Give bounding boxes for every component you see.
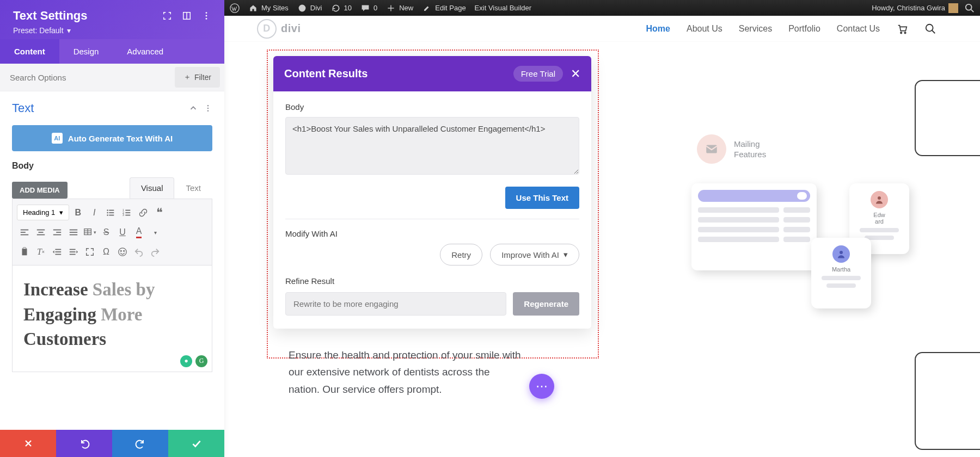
svg-point-0 <box>230 3 239 12</box>
outdent-button[interactable] <box>50 244 65 260</box>
svg-point-12 <box>107 212 109 213</box>
save-button[interactable] <box>168 430 224 457</box>
editor-tab-visual[interactable]: Visual <box>130 177 175 199</box>
tab-advanced[interactable]: Advanced <box>113 39 177 64</box>
fullscreen-button[interactable] <box>82 244 97 260</box>
avatar <box>948 3 958 13</box>
svg-rect-17 <box>126 209 131 211</box>
content-results-modal: Content Results Free Trial ✕ Body Use Th… <box>273 56 591 329</box>
refine-input[interactable] <box>285 292 506 316</box>
indent-button[interactable] <box>66 244 81 260</box>
nav-about[interactable]: About Us <box>687 24 722 34</box>
modal-header: Content Results Free Trial ✕ <box>273 56 591 91</box>
edit-page-link[interactable]: Edit Page <box>422 3 465 13</box>
search-options-input[interactable] <box>0 65 170 90</box>
text-color-drop-button[interactable]: ▾ <box>148 225 163 240</box>
redo-button[interactable] <box>148 244 163 260</box>
auto-generate-ai-button[interactable]: AI Auto Generate Text With AI <box>12 125 212 151</box>
emoji-button[interactable] <box>115 244 130 260</box>
my-sites-link[interactable]: My Sites <box>248 3 289 13</box>
quote-button[interactable]: ❝ <box>152 205 167 220</box>
redo-action-button[interactable] <box>112 430 168 457</box>
wp-logo[interactable] <box>230 3 240 13</box>
howdy-label: Howdy, Christina Gwira <box>872 4 945 12</box>
align-left-button[interactable] <box>17 225 32 240</box>
clear-format-button[interactable]: T× <box>33 244 48 260</box>
refresh-link[interactable]: 10 <box>331 3 352 13</box>
paste-button[interactable] <box>17 244 32 260</box>
svg-point-48 <box>926 24 933 31</box>
underline-button[interactable]: U <box>115 225 130 240</box>
collapse-icon[interactable] <box>188 103 198 113</box>
page-canvas: D divi Home About Us Services Portfolio … <box>224 16 980 457</box>
divi-icon <box>297 3 307 13</box>
ol-button[interactable]: 123 <box>119 205 134 220</box>
discard-button[interactable] <box>0 430 56 457</box>
regenerate-button[interactable]: Regenerate <box>513 292 579 316</box>
divi-link[interactable]: Divi <box>297 3 322 13</box>
svg-point-2 <box>966 4 972 10</box>
undo-button[interactable] <box>131 244 146 260</box>
strikethrough-button[interactable]: S <box>99 225 114 240</box>
columns-icon[interactable] <box>182 11 192 21</box>
body-label: Body <box>12 161 212 171</box>
link-button[interactable] <box>136 205 151 220</box>
svg-rect-28 <box>53 230 61 231</box>
svg-rect-41 <box>70 251 76 252</box>
tab-content[interactable]: Content <box>0 39 59 64</box>
panel-actions <box>0 430 224 457</box>
exit-vb-link[interactable]: Exit Visual Builder <box>475 4 532 12</box>
new-link[interactable]: New <box>386 3 413 13</box>
focus-icon[interactable] <box>162 11 172 21</box>
mailing-line2: Features <box>734 150 766 159</box>
tab-design[interactable]: Design <box>59 39 113 64</box>
ul-button[interactable] <box>103 205 118 220</box>
grammarly-badge-2-icon[interactable]: G <box>195 355 207 367</box>
fab-more-button[interactable]: ⋯ <box>529 374 554 399</box>
nav-home[interactable]: Home <box>646 24 670 34</box>
align-center-button[interactable] <box>33 225 48 240</box>
use-this-text-button[interactable]: Use This Text <box>505 187 579 209</box>
grammarly-badge-1-icon[interactable]: ● <box>180 355 192 367</box>
add-media-button[interactable]: ADD MEDIA <box>12 182 68 199</box>
close-icon[interactable]: ✕ <box>571 67 580 81</box>
svg-rect-32 <box>70 232 77 233</box>
howdy-link[interactable]: Howdy, Christina Gwira <box>872 3 958 13</box>
cart-icon[interactable] <box>896 23 908 35</box>
heading-select[interactable]: Heading 1▾ <box>17 205 69 220</box>
filter-button[interactable]: ＋Filter <box>175 67 220 88</box>
modal-body-textarea[interactable] <box>285 117 579 175</box>
more-icon[interactable] <box>201 11 211 21</box>
nav-services[interactable]: Services <box>739 24 772 34</box>
italic-button[interactable]: I <box>87 205 102 220</box>
section-more-icon[interactable] <box>204 104 212 113</box>
edit-page-label: Edit Page <box>435 4 465 12</box>
list-illustration-card <box>691 183 817 270</box>
rich-text-editor[interactable]: Increase Sales by Engaging More Customer… <box>12 265 212 372</box>
free-trial-button[interactable]: Free Trial <box>513 66 563 82</box>
svg-rect-35 <box>22 249 27 256</box>
table-button[interactable]: ▾ <box>82 225 97 240</box>
undo-action-button[interactable] <box>56 430 112 457</box>
preset-selector[interactable]: Preset: Default▾ <box>13 26 211 35</box>
text-color-button[interactable]: A <box>131 225 146 240</box>
improve-with-ai-button[interactable]: Improve With AI▾ <box>490 244 579 265</box>
comment-icon <box>360 3 370 13</box>
nav-portfolio[interactable]: Portfolio <box>788 24 820 34</box>
nav-contact[interactable]: Contact Us <box>837 24 880 34</box>
admin-search[interactable] <box>965 3 975 13</box>
svg-point-8 <box>207 108 209 109</box>
bold-button[interactable]: B <box>70 205 85 220</box>
hero-body-text: Ensure the health and protection of your… <box>289 347 523 398</box>
omega-button[interactable]: Ω <box>99 244 114 260</box>
modal-title: Content Results <box>284 67 367 80</box>
retry-button[interactable]: Retry <box>440 244 482 265</box>
nav-search-icon[interactable] <box>924 23 936 35</box>
site-logo[interactable]: D divi <box>257 19 301 39</box>
align-right-button[interactable] <box>50 225 65 240</box>
site-brand: divi <box>281 22 301 35</box>
comments-link[interactable]: 0 <box>360 3 377 13</box>
svg-rect-39 <box>55 254 61 255</box>
align-justify-button[interactable] <box>66 225 81 240</box>
editor-tab-text[interactable]: Text <box>174 177 212 199</box>
